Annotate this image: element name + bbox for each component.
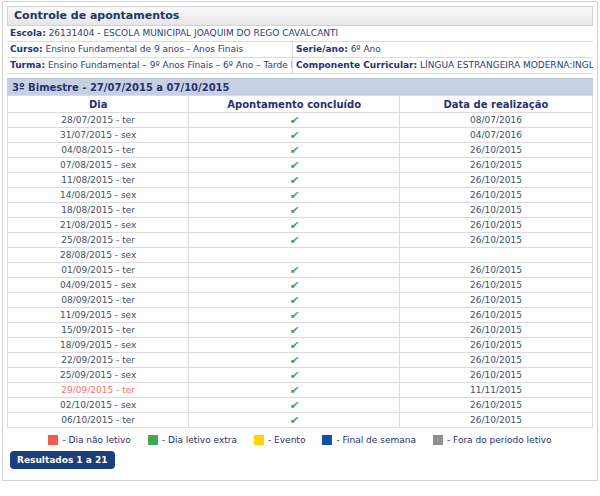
dia-cell: 28/07/2015 - ter — [8, 113, 189, 128]
check-icon: ✔ — [289, 415, 300, 426]
apontamento-cell: ✔ — [189, 278, 400, 293]
info-row-turma-componente: Turma: Ensino Fundamental – 9º Anos Fina… — [7, 58, 593, 74]
apontamento-cell: ✔ — [189, 233, 400, 248]
check-icon: ✔ — [289, 355, 300, 366]
check-icon: ✔ — [289, 115, 300, 126]
dia-cell: 21/08/2015 - sex — [8, 218, 189, 233]
dia-cell: 08/09/2015 - ter — [8, 293, 189, 308]
check-icon: ✔ — [289, 295, 300, 306]
data-realizacao-cell: 11/11/2015 — [399, 383, 592, 398]
table-row[interactable]: 25/08/2015 - ter✔26/10/2015 — [8, 233, 593, 248]
legend-color-swatch — [254, 435, 264, 445]
data-realizacao-cell: 26/10/2015 — [399, 368, 592, 383]
dia-cell: 04/08/2015 - ter — [8, 143, 189, 158]
curso-value: Ensino Fundamental de 9 anos - Anos Fina… — [43, 44, 244, 54]
check-icon: ✔ — [289, 235, 300, 246]
check-icon: ✔ — [289, 400, 300, 411]
check-icon: ✔ — [289, 265, 300, 276]
table-row[interactable]: 22/09/2015 - ter✔26/10/2015 — [8, 353, 593, 368]
dia-cell: 25/08/2015 - ter — [8, 233, 189, 248]
data-realizacao-cell: 08/07/2016 — [399, 113, 592, 128]
table-row[interactable]: 25/09/2015 - sex✔26/10/2015 — [8, 368, 593, 383]
main-panel: Controle de apontamentos Escola: 2613140… — [2, 1, 598, 481]
check-icon: ✔ — [289, 310, 300, 321]
table-row[interactable]: 07/08/2015 - sex✔26/10/2015 — [8, 158, 593, 173]
table-row[interactable]: 15/09/2015 - ter✔26/10/2015 — [8, 323, 593, 338]
table-row[interactable]: 04/08/2015 - ter✔26/10/2015 — [8, 143, 593, 158]
componente-field: Componente Curricular: LÍNGUA ESTRANGEIR… — [292, 58, 593, 73]
data-realizacao-cell: 26/10/2015 — [399, 323, 592, 338]
apontamento-cell: ✔ — [189, 263, 400, 278]
apontamento-cell: ✔ — [189, 143, 400, 158]
apontamento-cell: ✔ — [189, 398, 400, 413]
serie-label: Serie/ano: — [296, 44, 348, 54]
table-row[interactable]: 06/10/2015 - ter✔26/10/2015 — [8, 413, 593, 428]
apontamento-cell: ✔ — [189, 368, 400, 383]
check-icon: ✔ — [289, 145, 300, 156]
apontamento-cell: ✔ — [189, 218, 400, 233]
dia-cell: 11/09/2015 - sex — [8, 308, 189, 323]
data-realizacao-cell: 26/10/2015 — [399, 203, 592, 218]
header-data-realizacao: Data de realização — [399, 96, 592, 113]
table-row[interactable]: 02/10/2015 - sex✔26/10/2015 — [8, 398, 593, 413]
bimestre-header: 3º Bimestre - 27/07/2015 a 07/10/2015 — [7, 78, 593, 95]
dia-cell: 28/08/2015 - sex — [8, 248, 189, 263]
data-realizacao-cell: 26/10/2015 — [399, 353, 592, 368]
table-row[interactable]: 31/07/2015 - sex✔04/07/2016 — [8, 128, 593, 143]
dia-cell: 15/09/2015 - ter — [8, 323, 189, 338]
table-row[interactable]: 08/09/2015 - ter✔26/10/2015 — [8, 293, 593, 308]
data-realizacao-cell: 26/10/2015 — [399, 338, 592, 353]
table-row[interactable]: 14/08/2015 - sex✔26/10/2015 — [8, 188, 593, 203]
results-badge: Resultados 1 a 21 — [10, 451, 115, 469]
dia-cell: 29/09/2015 - ter — [8, 383, 189, 398]
dia-cell: 18/08/2015 - ter — [8, 203, 189, 218]
table-row[interactable]: 04/09/2015 - sex✔26/10/2015 — [8, 278, 593, 293]
table-row[interactable]: 01/09/2015 - ter✔26/10/2015 — [8, 263, 593, 278]
table-row[interactable]: 11/09/2015 - sex✔26/10/2015 — [8, 308, 593, 323]
apontamento-cell: ✔ — [189, 293, 400, 308]
legend-label: - Evento — [268, 435, 305, 445]
check-icon: ✔ — [289, 340, 300, 351]
info-row-curso-serie: Curso: Ensino Fundamental de 9 anos - An… — [7, 42, 593, 58]
check-icon: ✔ — [289, 280, 300, 291]
dia-cell: 25/09/2015 - sex — [8, 368, 189, 383]
data-realizacao-cell: 26/10/2015 — [399, 188, 592, 203]
apontamento-cell: ✔ — [189, 383, 400, 398]
table-row[interactable]: 11/08/2015 - ter✔26/10/2015 — [8, 173, 593, 188]
curso-label: Curso: — [10, 44, 43, 54]
dia-cell: 07/08/2015 - sex — [8, 158, 189, 173]
table-header-row: Dia Apontamento concluído Data de realiz… — [8, 96, 593, 113]
table-row[interactable]: 18/09/2015 - sex✔26/10/2015 — [8, 338, 593, 353]
table-row[interactable]: 28/08/2015 - sex — [8, 248, 593, 263]
check-icon: ✔ — [289, 385, 300, 396]
data-realizacao-cell: 26/10/2015 — [399, 308, 592, 323]
legend-label: - Dia letivo extra — [162, 435, 237, 445]
apontamento-cell: ✔ — [189, 113, 400, 128]
header-apontamento-concluido: Apontamento concluído — [189, 96, 400, 113]
data-realizacao-cell: 26/10/2015 — [399, 158, 592, 173]
apontamento-cell: ✔ — [189, 203, 400, 218]
escola-field: Escola: 26131404 - ESCOLA MUNICIPAL JOAQ… — [7, 26, 593, 41]
data-realizacao-cell — [399, 248, 592, 263]
dia-cell: 18/09/2015 - sex — [8, 338, 189, 353]
apontamento-cell: ✔ — [189, 173, 400, 188]
legend-item: - Dia letivo extra — [148, 435, 237, 445]
apontamento-cell: ✔ — [189, 188, 400, 203]
table-row[interactable]: 29/09/2015 - ter✔11/11/2015 — [8, 383, 593, 398]
table-row[interactable]: 21/08/2015 - sex✔26/10/2015 — [8, 218, 593, 233]
legend-label: - Final de semana — [336, 435, 416, 445]
serie-value: 6º Ano — [348, 44, 381, 54]
apontamento-cell: ✔ — [189, 308, 400, 323]
legend-color-swatch — [48, 435, 58, 445]
serie-field: Serie/ano: 6º Ano — [292, 42, 593, 57]
legend-item: - Final de semana — [322, 435, 416, 445]
legend: - Dia não letivo- Dia letivo extra- Even… — [7, 433, 593, 447]
legend-color-swatch — [322, 435, 332, 445]
appointments-table: Dia Apontamento concluído Data de realiz… — [7, 95, 593, 428]
table-row[interactable]: 28/07/2015 - ter✔08/07/2016 — [8, 113, 593, 128]
page-title: Controle de apontamentos — [7, 6, 593, 26]
header-dia: Dia — [8, 96, 189, 113]
turma-value: Ensino Fundamental – 9º Anos Finais – 6º… — [45, 60, 292, 70]
data-realizacao-cell: 26/10/2015 — [399, 218, 592, 233]
table-row[interactable]: 18/08/2015 - ter✔26/10/2015 — [8, 203, 593, 218]
